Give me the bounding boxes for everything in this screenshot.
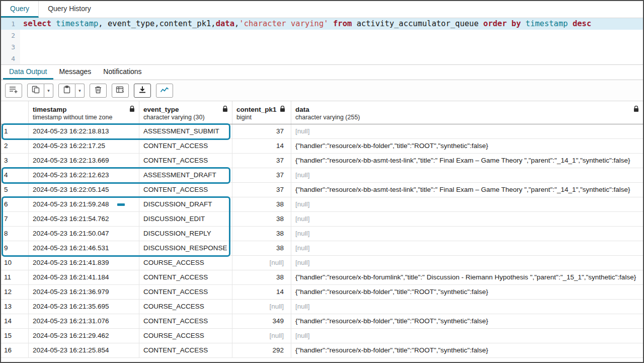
data-cell[interactable]: [null] — [291, 212, 643, 226]
header-data[interactable]: data character varying (255) — [291, 101, 643, 124]
row-number-cell[interactable]: 4 — [1, 168, 29, 182]
timestamp-cell[interactable]: 2024-05-23 16:21:35.695 — [29, 300, 139, 314]
row-number-cell[interactable]: 13 — [1, 300, 29, 314]
row-number-cell[interactable]: 7 — [1, 212, 29, 226]
code-line[interactable] — [20, 30, 643, 41]
event-type-cell[interactable]: DISCUSSION_REPLY — [139, 227, 232, 241]
save-data-button[interactable] — [112, 84, 129, 98]
content-pk1-cell[interactable]: 38 — [232, 212, 291, 226]
event-type-cell[interactable]: DISCUSSION_RESPONSE — [139, 241, 232, 255]
data-cell[interactable]: {"handler":"resource/x-bb-folder","title… — [291, 139, 643, 153]
download-button[interactable] — [134, 84, 151, 98]
data-cell[interactable]: {"handler":"resource/x-bb-folder","title… — [291, 285, 643, 299]
copy-options-button[interactable]: ▾ — [44, 84, 53, 98]
row-number-cell[interactable]: 3 — [1, 154, 29, 168]
content-pk1-cell[interactable]: [null] — [232, 329, 291, 343]
code-line[interactable] — [20, 53, 643, 64]
content-pk1-cell[interactable]: 37 — [232, 154, 291, 168]
timestamp-cell[interactable]: 2024-05-23 16:21:29.462 — [29, 329, 139, 343]
event-type-cell[interactable]: CONTENT_ACCESS — [139, 154, 232, 168]
event-type-cell[interactable]: CONTENT_ACCESS — [139, 343, 232, 357]
row-number-cell[interactable]: 5 — [1, 183, 29, 197]
event-type-cell[interactable]: ASSESSMENT_DRAFT — [139, 168, 232, 182]
tab-query-history[interactable]: Query History — [39, 1, 100, 18]
code-line[interactable]: select timestamp, event_type,content_pk1… — [20, 18, 643, 30]
data-cell[interactable]: [null] — [291, 256, 643, 270]
copy-button[interactable] — [27, 84, 44, 98]
content-pk1-cell[interactable]: 37 — [232, 183, 291, 197]
header-event-type[interactable]: event_type character varying (30) — [139, 101, 232, 124]
content-pk1-cell[interactable]: 38 — [232, 197, 291, 211]
timestamp-cell[interactable]: 2024-05-23 16:21:54.762 — [29, 212, 139, 226]
header-row-number[interactable] — [1, 101, 29, 124]
timestamp-cell[interactable]: 2024-05-23 16:22:12.623 — [29, 168, 139, 182]
timestamp-cell[interactable]: 2024-05-23 16:21:59.248 — [29, 197, 139, 211]
content-pk1-cell[interactable]: 14 — [232, 285, 291, 299]
data-cell[interactable]: {"handler":"resource/x-bb-forumlink","ti… — [291, 270, 643, 284]
event-type-cell[interactable]: DISCUSSION_EDIT — [139, 212, 232, 226]
tab-messages[interactable]: Messages — [53, 65, 98, 80]
add-row-button[interactable] — [5, 84, 22, 98]
content-pk1-cell[interactable]: 38 — [232, 227, 291, 241]
event-type-cell[interactable]: COURSE_ACCESS — [139, 300, 232, 314]
timestamp-cell[interactable]: 2024-05-23 16:22:13.669 — [29, 154, 139, 168]
content-pk1-cell[interactable]: 349 — [232, 314, 291, 328]
row-number-cell[interactable]: 15 — [1, 329, 29, 343]
row-number-cell[interactable]: 1 — [1, 124, 29, 138]
data-cell[interactable]: [null] — [291, 168, 643, 182]
data-cell[interactable]: {"handler":"resource/x-bb-asmt-test-link… — [291, 183, 643, 197]
tab-data-output[interactable]: Data Output — [3, 65, 53, 80]
data-cell[interactable]: [null] — [291, 227, 643, 241]
timestamp-cell[interactable]: 2024-05-23 16:21:36.979 — [29, 285, 139, 299]
timestamp-cell[interactable]: 2024-05-23 16:21:41.839 — [29, 256, 139, 270]
timestamp-cell[interactable]: 2024-05-23 16:22:17.25 — [29, 139, 139, 153]
header-timestamp[interactable]: timestamp timestamp without time zone — [29, 101, 139, 124]
header-content-pk1[interactable]: content_pk1 bigint — [232, 101, 291, 124]
row-number-cell[interactable]: 10 — [1, 256, 29, 270]
sql-editor[interactable]: 1select timestamp, event_type,content_pk… — [1, 18, 643, 65]
data-cell[interactable]: {"handler":"resource/x-bb-folder","title… — [291, 343, 643, 357]
paste-button[interactable] — [58, 84, 75, 98]
event-type-cell[interactable]: DISCUSSION_DRAFT — [139, 197, 232, 211]
data-cell[interactable]: [null] — [291, 329, 643, 343]
data-cell[interactable]: {"handler":"resource/x-bb-asmt-test-link… — [291, 154, 643, 168]
row-number-cell[interactable]: 6 — [1, 197, 29, 211]
chart-button[interactable] — [156, 84, 173, 98]
row-number-cell[interactable]: 11 — [1, 270, 29, 284]
event-type-cell[interactable]: CONTENT_ACCESS — [139, 285, 232, 299]
event-type-cell[interactable]: COURSE_ACCESS — [139, 256, 232, 270]
timestamp-cell[interactable]: 2024-05-23 16:22:05.145 — [29, 183, 139, 197]
delete-button[interactable] — [90, 84, 107, 98]
code-line[interactable] — [20, 41, 643, 53]
event-type-cell[interactable]: CONTENT_ACCESS — [139, 314, 232, 328]
row-number-cell[interactable]: 9 — [1, 241, 29, 255]
row-number-cell[interactable]: 16 — [1, 343, 29, 357]
data-cell[interactable]: {"handler":"resource/x-bb-folder","title… — [291, 314, 643, 328]
event-type-cell[interactable]: COURSE_ACCESS — [139, 329, 232, 343]
content-pk1-cell[interactable]: 14 — [232, 139, 291, 153]
content-pk1-cell[interactable]: 37 — [232, 124, 291, 138]
event-type-cell[interactable]: ASSESSMENT_SUBMIT — [139, 124, 232, 138]
timestamp-cell[interactable]: 2024-05-23 16:22:18.813 — [29, 124, 139, 138]
row-number-cell[interactable]: 12 — [1, 285, 29, 299]
timestamp-cell[interactable]: 2024-05-23 16:21:31.076 — [29, 314, 139, 328]
event-type-cell[interactable]: CONTENT_ACCESS — [139, 183, 232, 197]
row-number-cell[interactable]: 2 — [1, 139, 29, 153]
data-cell[interactable]: [null] — [291, 124, 643, 138]
content-pk1-cell[interactable]: [null] — [232, 256, 291, 270]
event-type-cell[interactable]: CONTENT_ACCESS — [139, 270, 232, 284]
event-type-cell[interactable]: CONTENT_ACCESS — [139, 139, 232, 153]
timestamp-cell[interactable]: 2024-05-23 16:21:41.184 — [29, 270, 139, 284]
timestamp-cell[interactable]: 2024-05-23 16:21:46.531 — [29, 241, 139, 255]
content-pk1-cell[interactable]: 38 — [232, 241, 291, 255]
paste-options-button[interactable]: ▾ — [75, 84, 85, 98]
content-pk1-cell[interactable]: [null] — [232, 300, 291, 314]
data-cell[interactable]: [null] — [291, 197, 643, 211]
content-pk1-cell[interactable]: 38 — [232, 270, 291, 284]
content-pk1-cell[interactable]: 37 — [232, 168, 291, 182]
row-number-cell[interactable]: 8 — [1, 227, 29, 241]
tab-notifications[interactable]: Notifications — [97, 65, 147, 80]
data-cell[interactable]: [null] — [291, 300, 643, 314]
content-pk1-cell[interactable]: 292 — [232, 343, 291, 357]
tab-query[interactable]: Query — [1, 1, 39, 18]
